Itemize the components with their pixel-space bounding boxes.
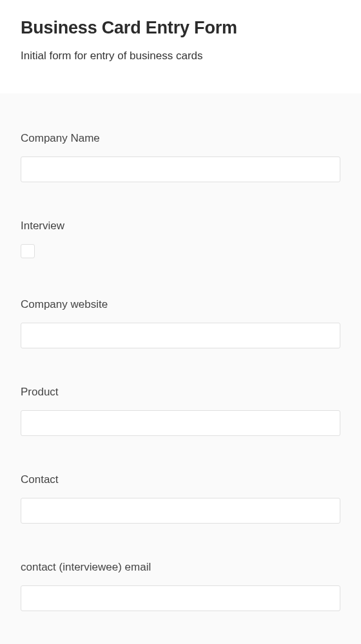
product-input[interactable]: [21, 410, 340, 436]
contact-input[interactable]: [21, 498, 340, 524]
product-field: Product: [21, 386, 340, 436]
company-website-label: Company website: [21, 298, 340, 311]
page-title: Business Card Entry Form: [21, 18, 340, 38]
company-name-field: Company Name: [21, 132, 340, 182]
form-header: Business Card Entry Form Initial form fo…: [0, 0, 361, 93]
interview-label: Interview: [21, 220, 340, 232]
page-subtitle: Initial form for entry of business cards: [21, 50, 340, 62]
contact-label: Contact: [21, 473, 340, 486]
company-name-label: Company Name: [21, 132, 340, 145]
company-website-field: Company website: [21, 298, 340, 348]
contact-email-field: contact (interviewee) email: [21, 561, 340, 611]
interview-checkbox[interactable]: [21, 244, 35, 258]
contact-email-label: contact (interviewee) email: [21, 561, 340, 574]
contact-email-input[interactable]: [21, 585, 340, 611]
product-label: Product: [21, 386, 340, 399]
company-name-input[interactable]: [21, 156, 340, 182]
company-website-input[interactable]: [21, 323, 340, 348]
interview-field: Interview: [21, 220, 340, 261]
form-body: Company Name Interview Company website P…: [0, 93, 361, 644]
contact-field: Contact: [21, 473, 340, 524]
